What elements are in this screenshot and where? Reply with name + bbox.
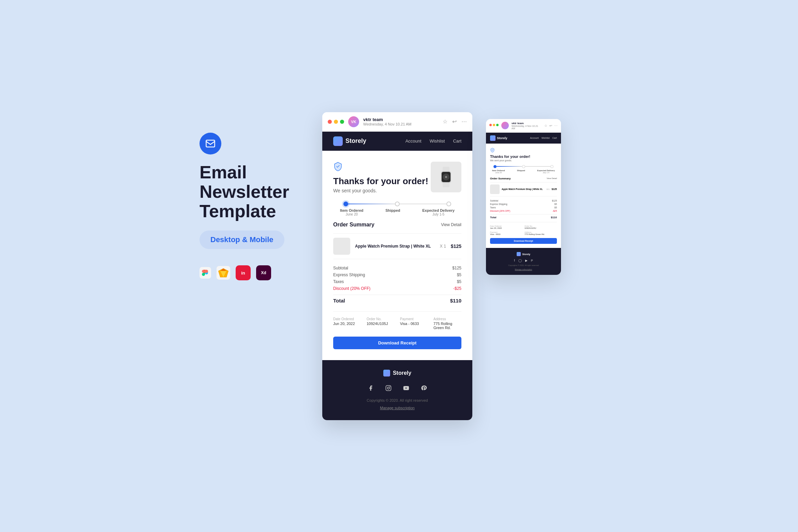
manage-subscription-link[interactable]: Manage subscription bbox=[380, 406, 415, 410]
left-panel: Email Newsletter Template Desktop & Mobi… bbox=[200, 112, 309, 281]
mobile-instagram-icon[interactable]: ◯ bbox=[518, 259, 522, 262]
mobile-nav-logo: Storely bbox=[490, 135, 526, 141]
price-shipping: Express Shipping $5 bbox=[333, 271, 461, 278]
avatar: VK bbox=[348, 116, 359, 127]
footer-logo-icon bbox=[383, 370, 390, 376]
star-icon[interactable]: ☆ bbox=[443, 118, 447, 125]
mobile-step-ordered: Item Ordered June 20 bbox=[492, 169, 505, 174]
mobile-more-icon[interactable]: ⋯ bbox=[554, 124, 558, 128]
mobile-footer-copy: Copyrights © 2020. All right reserved bbox=[490, 264, 557, 266]
nav-wishlist[interactable]: Wishlist bbox=[430, 138, 445, 144]
fullscreen-dot[interactable] bbox=[340, 120, 344, 124]
mobile-step-dot-shipped bbox=[522, 165, 525, 168]
shield-icon bbox=[333, 162, 343, 171]
mobile-step-dot-ordered bbox=[493, 165, 497, 168]
mobile-full-dot[interactable] bbox=[496, 124, 499, 126]
mobile-nav-account[interactable]: Account bbox=[530, 137, 538, 139]
order-summary: Order Summary View Detail Apple Watch Pr… bbox=[333, 222, 461, 349]
mobile-progress: Item Ordered June 20 Shipped Expected De… bbox=[490, 165, 557, 174]
item-name: Apple Watch Premium Strap | White XL bbox=[355, 244, 435, 249]
nav-logo: Storely bbox=[333, 136, 397, 146]
svg-point-15 bbox=[387, 387, 389, 389]
order-meta: Date Ordered Jun 20, 2022 Order No. 1092… bbox=[333, 311, 461, 330]
mobile-toolbar: ☆ ↩ ⋯ bbox=[544, 124, 558, 128]
svg-point-13 bbox=[445, 176, 447, 178]
item-price: $125 bbox=[451, 243, 461, 249]
mobile-order-title: Order Summary bbox=[490, 177, 511, 180]
mobile-nav-cart[interactable]: Cart bbox=[552, 137, 557, 139]
mobile-view-detail[interactable]: View Detail bbox=[547, 177, 557, 179]
nav-account[interactable]: Account bbox=[405, 138, 422, 144]
more-icon[interactable]: ⋯ bbox=[461, 118, 467, 125]
mobile-item-img bbox=[490, 184, 500, 194]
item-qty: X 1 bbox=[440, 244, 446, 249]
thanks-section: Thanks for your order! We sent your good… bbox=[333, 162, 461, 193]
email-body: Storely Account Wishlist Cart bbox=[322, 132, 472, 420]
mobile-pinterest-icon[interactable]: P bbox=[531, 259, 533, 262]
close-dot[interactable] bbox=[328, 120, 332, 124]
youtube-icon[interactable] bbox=[401, 383, 412, 394]
price-discount: Discount (20% OFF) -$25 bbox=[333, 285, 461, 292]
pinterest-icon[interactable] bbox=[418, 383, 429, 394]
mobile-youtube-icon[interactable]: ▶ bbox=[525, 259, 528, 262]
price-total: Total $110 bbox=[333, 295, 461, 305]
progress-tracker: Item Ordered June 20 Shipped Expected De… bbox=[333, 202, 461, 216]
reply-icon[interactable]: ↩ bbox=[452, 118, 457, 125]
sender-name: vktr team bbox=[363, 117, 439, 122]
sketch-icon bbox=[217, 266, 230, 280]
mobile-item-price: $125 bbox=[551, 188, 557, 190]
facebook-icon[interactable] bbox=[365, 383, 376, 394]
brand-name: Storely bbox=[345, 137, 366, 145]
mobile-taxes: Taxes $5 bbox=[490, 206, 557, 209]
mobile-order-summary: Order Summary View Detail Apple Watch Pr… bbox=[490, 177, 557, 244]
step-dot-delivery bbox=[446, 202, 451, 206]
mobile-item-name: Apple Watch Premium Strap | White XL bbox=[502, 188, 544, 190]
footer-copyright: Copyrights © 2020. All right reserved bbox=[333, 398, 461, 402]
minimize-dot[interactable] bbox=[334, 120, 338, 124]
mobile-facebook-icon[interactable]: f bbox=[514, 259, 515, 262]
svg-point-16 bbox=[390, 386, 390, 387]
steps-labels: Item Ordered June 20 Shipped Expected De… bbox=[333, 208, 461, 216]
mobile-step-delivery: Expected Delivery July 1-5 bbox=[537, 169, 555, 174]
mobile-date: Wednesday, 4 Nov 10.21 AM bbox=[512, 125, 542, 130]
nav-links: Account Wishlist Cart bbox=[405, 138, 461, 144]
mobile-reply-icon[interactable]: ↩ bbox=[549, 124, 552, 128]
invision-icon: in bbox=[236, 265, 251, 280]
footer-logo: Storely bbox=[333, 370, 461, 376]
mobile-content: Thanks for your order! We sent your good… bbox=[486, 144, 561, 248]
mobile-order-item: Apple Watch Premium Strap | White XL X 1… bbox=[490, 182, 557, 196]
step-dot-ordered bbox=[343, 202, 348, 206]
mobile-titlebar: vktr team Wednesday, 4 Nov 10.21 AM ☆ ↩ … bbox=[486, 119, 561, 133]
mobile-star-icon[interactable]: ☆ bbox=[544, 124, 547, 128]
mobile-step-dot-delivery bbox=[550, 165, 553, 168]
mobile-min-dot[interactable] bbox=[493, 124, 495, 126]
mobile-footer-logo-icon bbox=[517, 252, 521, 256]
thanks-title: Thanks for your order! bbox=[333, 176, 431, 187]
step-ordered: Item Ordered June 20 bbox=[340, 208, 363, 216]
thanks-subtitle: We sent your goods. bbox=[333, 188, 431, 193]
item-image bbox=[333, 238, 350, 255]
mobile-subtotal: Subtotal $125 bbox=[490, 199, 557, 203]
mobile-step-shipped: Shipped bbox=[517, 169, 525, 174]
mail-icon bbox=[200, 133, 221, 154]
main-headline: Email Newsletter Template bbox=[200, 163, 309, 221]
nav-cart[interactable]: Cart bbox=[453, 138, 461, 144]
download-receipt-button[interactable]: Download Receipt bbox=[333, 337, 461, 349]
desktop-browser-window: VK vktr team Wednesday, 4 Nov 10.21 AM ☆… bbox=[322, 112, 472, 420]
price-subtotal: Subtotal $125 bbox=[333, 265, 461, 271]
mobile-nav-links: Account Wishlist Cart bbox=[530, 137, 557, 139]
step-dot-shipped bbox=[395, 202, 400, 206]
mobile-discount: Discount (20% OFF) -$25 bbox=[490, 209, 557, 213]
view-detail-link[interactable]: View Detail bbox=[441, 222, 461, 227]
mobile-total: Total $110 bbox=[490, 214, 557, 220]
instagram-icon[interactable] bbox=[383, 383, 394, 394]
mobile-footer-logo: Storely bbox=[490, 252, 557, 256]
mobile-manage-subscription[interactable]: Manage subscription bbox=[515, 268, 532, 270]
mobile-browser-window: vktr team Wednesday, 4 Nov 10.21 AM ☆ ↩ … bbox=[486, 119, 561, 275]
mobile-social-icons: f ◯ ▶ P bbox=[490, 259, 557, 262]
mobile-download-receipt-button[interactable]: Download Receipt bbox=[490, 238, 557, 244]
mobile-nav-wishlist[interactable]: Wishlist bbox=[542, 137, 550, 139]
email-content: Thanks for your order! We sent your good… bbox=[322, 151, 472, 360]
price-taxes: Taxes $5 bbox=[333, 278, 461, 285]
mobile-close-dot[interactable] bbox=[489, 124, 492, 126]
